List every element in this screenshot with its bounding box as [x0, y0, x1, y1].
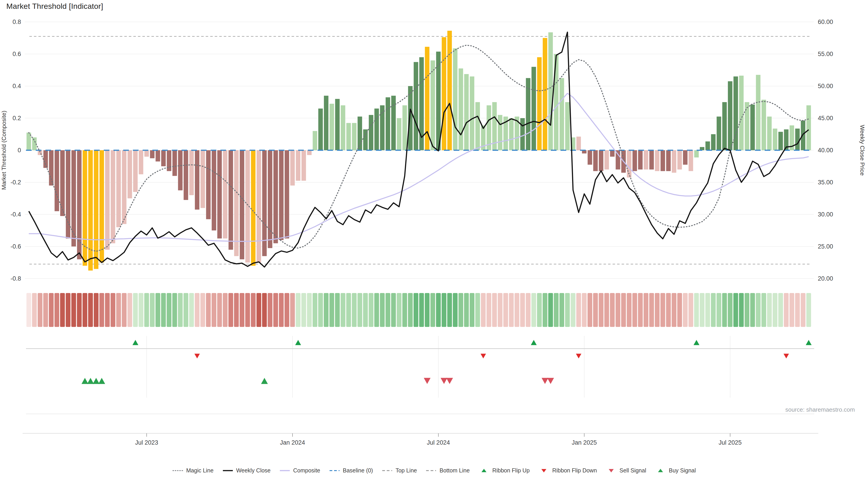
svg-text:40.00: 40.00 [818, 147, 833, 154]
legend-item-baseline-0-[interactable]: Baseline (0) [329, 467, 373, 474]
legend-marker-icon [606, 468, 617, 473]
left-axis-title: Market Threshold (Composite) [0, 111, 7, 190]
svg-text:50.00: 50.00 [818, 83, 833, 90]
legend-marker-icon [172, 468, 184, 473]
legend-item-top-line[interactable]: Top Line [381, 467, 417, 474]
svg-text:0.6: 0.6 [12, 51, 21, 57]
legend-item-ribbon-flip-up[interactable]: Ribbon Flip Up [478, 467, 530, 474]
ribbon-flip-down-markers [194, 354, 789, 359]
svg-text:0.8: 0.8 [12, 19, 21, 25]
ribbon-flip-up-markers [132, 340, 812, 345]
right-axis-ticks: 60.0055.0050.0045.0040.0035.0030.0025.00… [818, 19, 833, 282]
weekly-close-line [29, 32, 809, 267]
svg-text:55.00: 55.00 [818, 51, 833, 57]
indicator-chart: 0.80.60.40.20-0.2-0.4-0.6-0.860.0055.005… [0, 0, 868, 454]
svg-text:Jan 2025: Jan 2025 [572, 439, 597, 446]
svg-text:-0.2: -0.2 [10, 179, 21, 186]
buy-signal-markers [82, 378, 268, 384]
legend-item-label: Buy Signal [669, 467, 696, 474]
legend-item-label: Ribbon Flip Down [552, 467, 597, 474]
svg-text:0.2: 0.2 [12, 115, 21, 122]
svg-text:35.00: 35.00 [818, 179, 833, 186]
legend-item-composite[interactable]: Composite [279, 467, 320, 474]
svg-text:0: 0 [18, 147, 21, 154]
legend-item-label: Magic Line [186, 467, 214, 474]
legend-marker-icon [279, 468, 290, 473]
legend-item-weekly-close[interactable]: Weekly Close [222, 467, 271, 474]
legend-item-label: Ribbon Flip Up [492, 467, 530, 474]
legend-marker-icon [381, 468, 393, 473]
svg-text:Jul 2024: Jul 2024 [427, 439, 450, 446]
right-axis-title: Weekly Close Price [859, 125, 866, 176]
legend-item-label: Sell Signal [620, 467, 646, 474]
legend-item-buy-signal[interactable]: Buy Signal [655, 467, 696, 474]
legend-item-ribbon-flip-down[interactable]: Ribbon Flip Down [538, 467, 597, 474]
signal-panel-grid [26, 336, 814, 414]
svg-text:Jul 2023: Jul 2023 [135, 439, 158, 446]
svg-text:Jan 2024: Jan 2024 [280, 439, 305, 446]
legend-marker-icon [655, 468, 666, 473]
legend-item-bottom-line[interactable]: Bottom Line [426, 467, 469, 474]
legend-marker-icon [478, 468, 490, 473]
svg-text:60.00: 60.00 [818, 19, 833, 25]
legend-item-label: Top Line [396, 467, 417, 474]
source-note: source: sharemaestro.com [785, 406, 855, 413]
sell-signal-markers [424, 378, 554, 384]
legend-marker-icon [222, 468, 234, 473]
svg-text:-0.4: -0.4 [10, 211, 21, 218]
legend-item-label: Composite [293, 467, 320, 474]
legend-item-sell-signal[interactable]: Sell Signal [606, 467, 646, 474]
legend-item-label: Bottom Line [439, 467, 469, 474]
svg-text:45.00: 45.00 [818, 115, 833, 122]
chart-legend: Magic LineWeekly CloseCompositeBaseline … [0, 467, 868, 474]
magic-line [29, 45, 809, 251]
svg-text:-0.8: -0.8 [10, 275, 21, 282]
x-axis: Jul 2023Jan 2024Jul 2024Jan 2025Jul 2025 [23, 433, 818, 446]
svg-text:Jul 2025: Jul 2025 [719, 439, 742, 446]
legend-marker-icon [538, 468, 550, 473]
legend-item-label: Weekly Close [236, 467, 271, 474]
svg-text:20.00: 20.00 [818, 275, 833, 282]
legend-marker-icon [329, 468, 340, 473]
legend-marker-icon [426, 468, 437, 473]
trend-ribbon [26, 293, 811, 327]
svg-text:30.00: 30.00 [818, 211, 833, 218]
left-axis-ticks: 0.80.60.40.20-0.2-0.4-0.6-0.8 [10, 19, 21, 282]
svg-text:-0.6: -0.6 [10, 243, 21, 250]
legend-item-label: Baseline (0) [343, 467, 373, 474]
svg-text:25.00: 25.00 [818, 243, 833, 250]
legend-item-magic-line[interactable]: Magic Line [172, 467, 214, 474]
svg-text:0.4: 0.4 [12, 83, 21, 90]
